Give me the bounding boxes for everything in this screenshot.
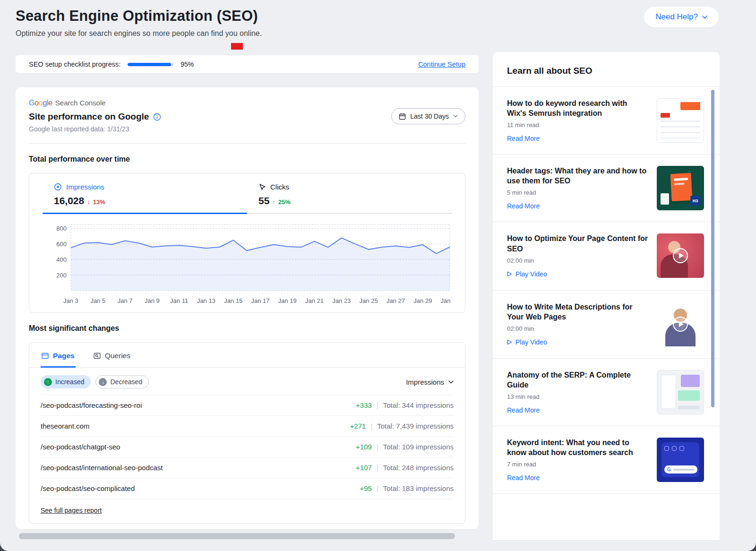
svg-text:200: 200	[56, 272, 67, 279]
thumb-gray-line	[678, 406, 700, 409]
article-card: How to do keyword research with Wix's Se…	[493, 87, 720, 155]
article-card: How to Optimize Your Page Content for SE…	[493, 222, 720, 290]
read-more-link[interactable]: Read More	[507, 202, 540, 210]
article-title: Header tags: What they are and how to us…	[507, 166, 648, 186]
h3-tag-chip: H3	[690, 196, 700, 206]
sort-dropdown[interactable]: Impressions	[406, 378, 454, 386]
svg-text:Jan 3: Jan 3	[63, 297, 78, 304]
play-icon	[507, 339, 512, 345]
change-value: +109	[356, 443, 372, 451]
horizontal-scrollbar-thumb[interactable]	[19, 533, 455, 539]
svg-text:Jan 7: Jan 7	[118, 297, 133, 304]
svg-text:Jan 19: Jan 19	[278, 297, 297, 304]
page-name: theseorant.com	[41, 422, 89, 430]
info-icon[interactable]	[153, 113, 161, 121]
tab-queries-label: Queries	[105, 352, 130, 360]
svg-text:Jan 15: Jan 15	[224, 297, 242, 304]
video-thumbnail-meta-descriptions[interactable]	[657, 302, 704, 346]
continue-setup-link[interactable]: Continue Setup	[418, 60, 465, 68]
performance-line-chart: 200400600800Jan 3Jan 5Jan 7Jan 9Jan 11Ja…	[43, 222, 452, 308]
change-value: +107	[356, 464, 372, 472]
separator: |	[377, 401, 378, 409]
thumb-orange-block	[680, 102, 700, 110]
read-more-link[interactable]: Read More	[507, 474, 540, 482]
tab-clicks[interactable]: Clicks 55 ↑ 25%	[247, 183, 452, 214]
article-card: How to Write Meta Descriptions for Your …	[493, 291, 720, 359]
vertical-scrollbar-thumb[interactable]	[711, 90, 714, 407]
play-video-label: Play Video	[515, 338, 547, 346]
article-title: Keyword intent: What you need to know ab…	[507, 438, 648, 457]
svg-text:Jan 9: Jan 9	[145, 297, 160, 304]
increase-icon: ↑	[44, 378, 52, 386]
thumb-white-card	[661, 375, 676, 409]
see-full-pages-report-link[interactable]: See full pages report	[41, 507, 102, 514]
video-thumbnail-page-content[interactable]	[657, 233, 704, 278]
article-card: Header tags: What they are and how to us…	[493, 155, 720, 222]
google-search-console-logo: Google Search Console	[29, 99, 465, 107]
decrease-icon: ↓	[99, 378, 107, 386]
page-name: /seo-podcast/chatgpt-seo	[41, 443, 120, 451]
google-logo-brand: Google	[29, 99, 52, 107]
need-help-button[interactable]: Need Help?	[644, 7, 719, 27]
article-thumbnail-semrush[interactable]	[657, 98, 704, 143]
article-meta: 02:00 min	[507, 325, 648, 332]
last-reported-date: Google last reported data: 1/31/23	[29, 125, 465, 133]
divider	[29, 143, 465, 144]
pages-change-list: /seo-podcast/forecasting-seo-roi +333 | …	[41, 395, 454, 499]
table-row: theseorant.com +271 | Total: 7,439 impre…	[41, 415, 454, 436]
sort-label: Impressions	[406, 378, 444, 386]
article-meta: 7 min read	[507, 461, 648, 468]
filter-increased[interactable]: ↑ Increased	[41, 375, 91, 388]
separator: |	[377, 464, 378, 472]
page-name: /seo-podcast/forecasting-seo-roi	[41, 401, 142, 409]
svg-text:Jan 5: Jan 5	[90, 297, 105, 304]
article-meta: 13 min read	[507, 393, 648, 400]
svg-text:Jan 21: Jan 21	[305, 297, 324, 304]
article-thumbnail-serp[interactable]	[657, 370, 704, 414]
total-impressions: Total: 109 impressions	[383, 443, 454, 451]
tab-queries[interactable]: Queries	[93, 343, 131, 368]
thumb-white-card	[661, 193, 669, 205]
svg-text:Jan 23: Jan 23	[332, 297, 351, 304]
total-impressions: Total: 248 impressions	[383, 464, 454, 472]
filter-row: ↑ Increased ↓ Decreased Impressions	[29, 368, 465, 395]
total-impressions: Total: 183 impressions	[383, 484, 454, 492]
table-row: /seo-podcast/chatgpt-seo +109 | Total: 1…	[41, 436, 454, 457]
calendar-icon	[399, 113, 406, 120]
article-title: How to do keyword research with Wix's Se…	[507, 98, 648, 118]
svg-text:Jan 29: Jan 29	[413, 297, 432, 304]
article-thumbnail-keyword-intent[interactable]: G	[657, 438, 704, 482]
separator: |	[377, 443, 378, 451]
article-thumbnail-header-tags[interactable]: H3	[657, 166, 704, 210]
thumb-table-lines	[661, 121, 700, 138]
page-header: Search Engine Optimization (SEO) Optimiz…	[16, 8, 262, 38]
clicks-cursor-icon	[258, 183, 266, 191]
progress-bar	[128, 63, 173, 66]
read-more-link[interactable]: Read More	[507, 406, 540, 414]
article-title: How to Write Meta Descriptions for Your …	[507, 302, 648, 322]
clicks-delta-arrow-up: ↑	[272, 198, 275, 206]
chevron-down-icon	[453, 115, 458, 118]
svg-text:Jan 27: Jan 27	[387, 297, 405, 304]
tab-pages-label: Pages	[53, 352, 75, 360]
google-g-glyph: G	[667, 467, 671, 472]
queries-icon	[94, 353, 101, 359]
seo-checklist-progress-card: SEO setup checklist progress: 95% Contin…	[16, 55, 479, 73]
page-title: Search Engine Optimization (SEO)	[16, 8, 262, 25]
performance-section-title: Total performance over time	[29, 155, 479, 164]
filter-decreased[interactable]: ↓ Decreased	[95, 375, 149, 388]
learn-panel-title: Learn all about SEO	[493, 52, 720, 86]
play-video-link[interactable]: Play Video	[507, 270, 547, 278]
page-name: /seo-podcast/international-seo-podcast	[41, 464, 163, 472]
svg-text:600: 600	[56, 241, 67, 248]
play-icon	[507, 271, 512, 277]
play-video-link[interactable]: Play Video	[507, 338, 547, 346]
tab-impressions[interactable]: Impressions 16,028 ↓ 13%	[43, 183, 247, 214]
date-range-dropdown[interactable]: Last 30 Days	[391, 108, 465, 124]
change-value: +95	[360, 484, 371, 492]
search-text-line	[673, 469, 695, 471]
svg-text:Jan 11: Jan 11	[170, 297, 188, 304]
impressions-delta: 13%	[93, 198, 105, 206]
tab-pages[interactable]: Pages	[41, 343, 76, 368]
read-more-link[interactable]: Read More	[507, 135, 540, 142]
